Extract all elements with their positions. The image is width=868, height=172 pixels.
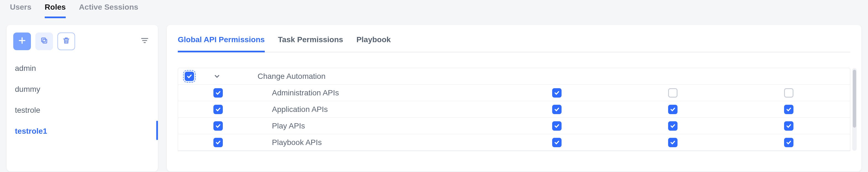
row2-col1-checkbox[interactable] bbox=[552, 121, 562, 131]
perm-row-application-apis: Application APIs bbox=[178, 101, 850, 118]
row3-col0-checkbox[interactable] bbox=[213, 138, 223, 147]
tab-roles[interactable]: Roles bbox=[45, 3, 66, 18]
subtab-global-api-permissions[interactable]: Global API Permissions bbox=[178, 33, 265, 53]
workspace: admin dummy testrole testrole1 Global AP… bbox=[0, 18, 868, 171]
copy-icon bbox=[40, 37, 48, 46]
table-scrollbar-thumb[interactable] bbox=[853, 70, 856, 128]
permissions-panel: Global API Permissions Task Permissions … bbox=[167, 25, 861, 171]
row0-label: Administration APIs bbox=[257, 89, 499, 97]
row0-col2-checkbox[interactable] bbox=[668, 88, 678, 98]
perm-row-play-apis: Play APIs bbox=[178, 118, 850, 134]
perm-row-playbook-apis: Playbook APIs bbox=[178, 134, 850, 151]
svg-rect-1 bbox=[42, 38, 45, 42]
row1-col0-checkbox[interactable] bbox=[213, 105, 223, 114]
group-label: Change Automation bbox=[257, 72, 499, 81]
group-master-checkbox[interactable] bbox=[185, 72, 194, 81]
role-item-testrole[interactable]: testrole bbox=[13, 100, 151, 121]
role-item-admin[interactable]: admin bbox=[13, 58, 151, 79]
filter-icon bbox=[141, 36, 149, 46]
trash-icon bbox=[62, 37, 70, 46]
row3-col3-checkbox[interactable] bbox=[784, 138, 794, 147]
row2-label: Play APIs bbox=[257, 122, 499, 130]
tab-active-sessions[interactable]: Active Sessions bbox=[79, 3, 138, 18]
delete-role-button[interactable] bbox=[57, 33, 75, 50]
perm-row-administration-apis: Administration APIs bbox=[178, 84, 850, 101]
permissions-table: Change Automation Administration APIs Ap… bbox=[178, 68, 850, 151]
permission-sub-tabs: Global API Permissions Task Permissions … bbox=[178, 33, 850, 53]
row2-col3-checkbox[interactable] bbox=[784, 121, 794, 131]
table-scrollbar[interactable] bbox=[852, 68, 857, 151]
svg-rect-0 bbox=[43, 39, 46, 43]
plus-icon bbox=[18, 36, 26, 46]
row3-col1-checkbox[interactable] bbox=[552, 138, 562, 147]
row3-label: Playbook APIs bbox=[257, 138, 499, 147]
row0-col3-checkbox[interactable] bbox=[784, 88, 794, 98]
role-item-dummy[interactable]: dummy bbox=[13, 79, 151, 100]
row3-col2-checkbox[interactable] bbox=[668, 138, 678, 147]
row1-col3-checkbox[interactable] bbox=[784, 105, 794, 114]
top-tabs: Users Roles Active Sessions bbox=[0, 0, 868, 18]
row1-label: Application APIs bbox=[257, 105, 499, 114]
perm-group-row: Change Automation bbox=[178, 68, 850, 84]
role-selection-indicator bbox=[156, 121, 158, 140]
role-item-testrole1[interactable]: testrole1 bbox=[13, 121, 151, 142]
row0-col0-checkbox[interactable] bbox=[213, 88, 223, 98]
row0-col1-checkbox[interactable] bbox=[552, 88, 562, 98]
row1-col1-checkbox[interactable] bbox=[552, 105, 562, 114]
copy-role-button[interactable] bbox=[35, 33, 53, 50]
role-list: admin dummy testrole testrole1 bbox=[13, 58, 151, 142]
sidebar-toolbar bbox=[13, 33, 151, 50]
tab-users[interactable]: Users bbox=[10, 3, 31, 18]
add-role-button[interactable] bbox=[13, 33, 31, 50]
roles-sidebar: admin dummy testrole testrole1 bbox=[7, 25, 158, 171]
row2-col2-checkbox[interactable] bbox=[668, 121, 678, 131]
row2-col0-checkbox[interactable] bbox=[213, 121, 223, 131]
filter-button[interactable] bbox=[138, 35, 151, 48]
subtab-playbook[interactable]: Playbook bbox=[356, 33, 391, 53]
chevron-down-icon[interactable] bbox=[213, 73, 221, 80]
subtab-task-permissions[interactable]: Task Permissions bbox=[278, 33, 343, 53]
row1-col2-checkbox[interactable] bbox=[668, 105, 678, 114]
